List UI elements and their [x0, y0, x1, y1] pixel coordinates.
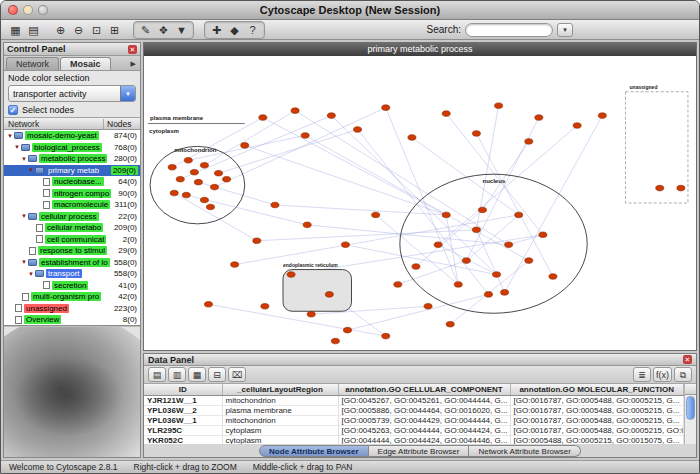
network-node[interactable]	[495, 103, 503, 109]
copy-attribute-icon[interactable]: ▦	[188, 367, 206, 382]
network-node[interactable]	[472, 227, 480, 233]
close-window-button[interactable]	[8, 5, 18, 15]
search-input[interactable]	[465, 23, 553, 37]
tree-row[interactable]: ▼mosaic-demo-yeast874(0)	[4, 130, 140, 142]
table-row[interactable]: YPL036W__1mitochondrion[GO:0005739, GO:0…	[144, 415, 684, 425]
search-options-button[interactable]: ▾	[557, 23, 573, 37]
network-node[interactable]	[325, 292, 333, 298]
table-cell[interactable]: cytoplasm	[222, 425, 338, 435]
table-cell[interactable]: [GO:0016787, GO:0005488, GO:0005215, GO:…	[510, 425, 684, 435]
network-node[interactable]	[493, 272, 501, 278]
network-node[interactable]	[331, 338, 339, 344]
network-node[interactable]	[677, 185, 685, 191]
network-node[interactable]	[394, 282, 402, 288]
network-node[interactable]	[200, 162, 208, 168]
network-node[interactable]	[442, 212, 450, 218]
select-attributes-icon[interactable]: ▤	[148, 367, 166, 382]
delete-attribute-icon[interactable]: ⌧	[228, 367, 246, 382]
zoom-fit-icon[interactable]: ⊞	[106, 22, 123, 38]
table-cell[interactable]: mitochondrion	[222, 395, 338, 405]
table-row[interactable]: YPL036W__2plasma membrane[GO:0005886, GO…	[144, 405, 684, 415]
network-node[interactable]	[573, 123, 581, 129]
data-panel-close-icon[interactable]: ✕	[683, 355, 692, 364]
tab-edge-attribute-browser[interactable]: Edge Attribute Browser	[369, 445, 470, 457]
table-cell[interactable]: YLR295C	[144, 425, 222, 435]
plugins-icon[interactable]: ◆	[226, 22, 243, 38]
zoom-window-button[interactable]	[38, 5, 48, 15]
select-nodes-checkbox[interactable]: ✓	[8, 105, 18, 115]
network-edge[interactable]	[347, 294, 488, 330]
table-options-button[interactable]	[685, 384, 696, 395]
table-cell[interactable]: YPL036W__2	[144, 405, 222, 415]
overview-pane[interactable]	[4, 326, 140, 457]
network-node[interactable]	[182, 192, 190, 198]
expand-toggle-icon[interactable]: ▼	[27, 271, 35, 277]
table-cell[interactable]: [GO:0016787, GO:0005488, GO:0005215, G..…	[510, 395, 684, 405]
zoom-in-icon[interactable]: ⊕	[52, 22, 69, 38]
network-edge[interactable]	[358, 130, 489, 295]
tab-network[interactable]: Network	[6, 57, 59, 70]
network-node[interactable]	[307, 311, 315, 317]
network-node[interactable]	[478, 207, 486, 213]
network-node[interactable]	[200, 197, 208, 203]
network-node[interactable]	[287, 272, 295, 278]
scrollbar-thumb[interactable]	[686, 396, 695, 420]
table-row[interactable]: YKR052Ccytoplasm[GO:0044444, GO:0044424,…	[144, 435, 684, 444]
network-edge[interactable]	[438, 126, 577, 245]
table-cell[interactable]: [GO:0016787, GO:0005488, GO:0005215, G..…	[510, 405, 684, 415]
network-canvas[interactable]: plasma membranecytoplasmmitochondrionnuc…	[144, 56, 696, 350]
network-node[interactable]	[261, 304, 269, 310]
network-edge[interactable]	[174, 193, 257, 241]
table-scrollbar[interactable]	[684, 384, 696, 444]
tree-row[interactable]: ▼biological_process768(0)	[4, 142, 140, 154]
network-node[interactable]	[354, 127, 362, 133]
network-edge[interactable]	[482, 141, 528, 210]
network-node[interactable]	[190, 169, 198, 175]
table-row[interactable]: YLR295Ccytoplasm[GO:0045263, GO:0044444,…	[144, 425, 684, 435]
network-node[interactable]	[259, 115, 267, 121]
help-icon[interactable]: ?	[244, 22, 261, 38]
table-cell[interactable]: [GO:0045263, GO:0044444, GO:0044424, G..…	[338, 425, 510, 435]
network-node[interactable]	[525, 139, 533, 145]
network-edge[interactable]	[505, 116, 603, 293]
network-node[interactable]	[223, 176, 231, 182]
network-node[interactable]	[434, 242, 442, 248]
tab-mosaic[interactable]: Mosaic	[60, 57, 111, 70]
layout-icon[interactable]: ✚	[208, 22, 225, 38]
network-node[interactable]	[382, 333, 390, 339]
titlebar[interactable]: Cytoscape Desktop (New Session)	[1, 1, 699, 20]
expand-toggle-icon[interactable]: ▼	[13, 144, 21, 150]
network-node[interactable]	[505, 242, 513, 248]
minimize-window-button[interactable]	[23, 5, 33, 15]
network-node[interactable]	[241, 143, 249, 149]
network-edge[interactable]	[345, 245, 496, 275]
zoom-out-icon[interactable]: ⊖	[70, 22, 87, 38]
tab-node-attribute-browser[interactable]: Node Attribute Browser	[259, 445, 369, 457]
vizmapper-icon[interactable]: ❖	[155, 22, 172, 38]
tree-row[interactable]: cellular metabo209(0)	[4, 222, 140, 234]
tree-column-nodes[interactable]: Nodes	[104, 119, 140, 129]
network-node[interactable]	[424, 304, 432, 310]
network-edge[interactable]	[466, 215, 518, 261]
tree-row[interactable]: Overview8(0)	[4, 314, 140, 326]
tab-overflow-icon[interactable]: ▶	[131, 60, 138, 70]
table-column-header[interactable]: annotation.GO CELLULAR_COMPONENT	[338, 384, 510, 395]
control-panel-close-icon[interactable]: ✕	[128, 45, 137, 54]
network-node[interactable]	[176, 176, 184, 182]
network-node[interactable]	[484, 292, 492, 298]
network-node[interactable]	[168, 164, 176, 170]
tab-network-attribute-browser[interactable]: Network Attribute Browser	[469, 445, 580, 457]
tree-row[interactable]: nucleobase...64(0)	[4, 176, 140, 188]
table-cell[interactable]: YPL036W__1	[144, 415, 222, 425]
tree-row[interactable]: response to stimul29(0)	[4, 245, 140, 257]
table-cell[interactable]: [GO:0005886, GO:0044464, GO:0016020, G..…	[338, 405, 510, 415]
network-node[interactable]	[271, 202, 279, 208]
network-node[interactable]	[598, 113, 606, 119]
network-node[interactable]	[501, 290, 509, 296]
table-cell[interactable]: YJR121W__1	[144, 395, 222, 405]
tree-column-network[interactable]: Network	[4, 119, 104, 129]
save-session-icon[interactable]: ▤	[25, 22, 42, 38]
tree-row[interactable]: macromolecule311(0)	[4, 199, 140, 211]
table-cell[interactable]: cytoplasm	[222, 435, 338, 444]
tree-row[interactable]: ▼transport558(0)	[4, 268, 140, 280]
